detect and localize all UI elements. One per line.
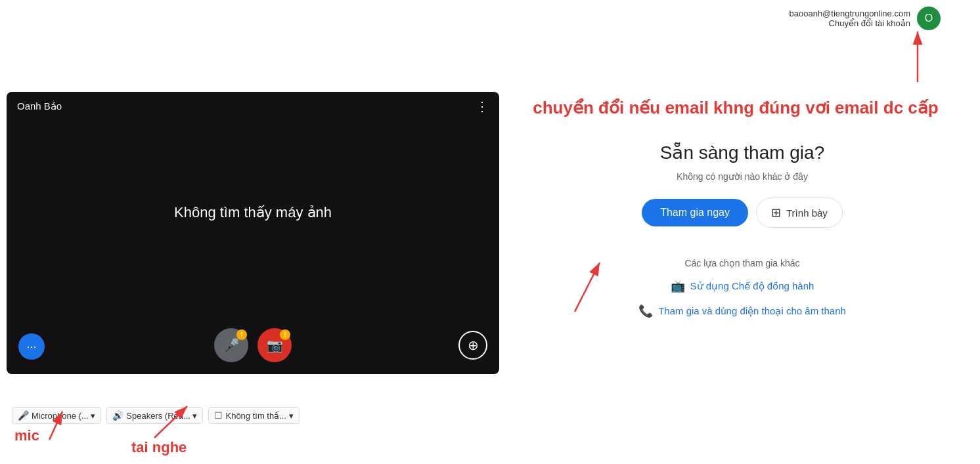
phone-audio-link[interactable]: 📞 Tham gia và dùng điện thoại cho âm tha… [638,304,846,318]
mic-device-icon: 🎤 [18,410,29,421]
mic-warning-badge: ! [236,329,247,340]
video-controls: 🎤 ! 📷 ! [7,328,499,362]
microphone-selector[interactable]: 🎤 Microphone (... ▾ [12,407,101,424]
cast-button[interactable]: ⊕ [458,331,487,360]
other-options-text: Các lựa chọn tham gia khác [684,258,799,268]
speaker-annotation-label: tai nghe [131,439,187,456]
email-display: baooanh@tiengtrungonline.com [790,9,911,18]
microphone-icon: 🎤 [223,337,240,353]
avatar[interactable]: O [917,7,941,30]
video-panel: Oanh Bảo ⋮ Không tìm thấy máy ảnh 🎤 ! 📷 … [7,92,499,374]
phone-audio-label: Tham gia và dùng điện thoại cho âm thanh [658,305,846,317]
camera-device-icon: ☐ [214,410,223,421]
present-icon: ⊞ [771,205,781,220]
microphone-button[interactable]: 🎤 ! [214,328,248,362]
camera-selector[interactable]: ☐ Không tìm thấ... ▾ [208,407,299,424]
speaker-device-icon: 🔊 [112,410,123,421]
ready-title: Sẵn sàng tham gia? [660,142,825,163]
camera-warning-badge: ! [280,329,290,340]
video-more-options-button[interactable]: ⋮ [476,100,489,113]
join-now-button[interactable]: Tham gia ngay [642,199,748,226]
more-options-button[interactable]: ··· [18,333,45,360]
speaker-selector[interactable]: 🔊 Speakers (Rea... ▾ [106,407,203,424]
no-camera-area: Không tìm thấy máy ảnh [7,121,499,305]
companion-label: Sử dụng Chế độ đồng hành [690,280,814,292]
camera-off-icon: 📷 [267,337,283,353]
right-panel: Sẵn sàng tham gia? Không có người nào kh… [525,92,959,318]
no-one-text: Không có người nào khác ở đây [677,171,808,182]
microphone-label: Microphone (... ▾ [32,411,95,421]
switch-account-link[interactable]: Chuyển đổi tài khoản [790,18,911,28]
account-info: baooanh@tiengtrungonline.com Chuyển đổi … [790,9,911,28]
camera-button[interactable]: 📷 ! [257,328,292,362]
video-top-bar: Oanh Bảo ⋮ [7,92,499,121]
camera-label: Không tìm thấ... ▾ [225,411,293,421]
header: baooanh@tiengtrungonline.com Chuyển đổi … [790,7,941,30]
companion-mode-link[interactable]: 📺 Sử dụng Chế độ đồng hành [671,279,814,293]
companion-icon: 📺 [671,279,685,293]
device-bar: 🎤 Microphone (... ▾ 🔊 Speakers (Rea... ▾… [7,403,499,428]
arrow-to-avatar [898,26,937,85]
no-camera-text: Không tìm thấy máy ảnh [174,204,332,221]
mic-annotation-label: mic [14,427,39,444]
present-button[interactable]: ⊞ Trình bày [756,198,843,228]
cast-icon: ⊕ [468,337,479,353]
participant-name: Oanh Bảo [17,100,62,112]
join-row: Tham gia ngay ⊞ Trình bày [642,198,843,228]
speaker-label: Speakers (Rea... ▾ [126,411,197,421]
more-dots-icon: ··· [26,340,36,354]
present-label: Trình bày [786,207,828,219]
phone-icon: 📞 [638,304,653,318]
